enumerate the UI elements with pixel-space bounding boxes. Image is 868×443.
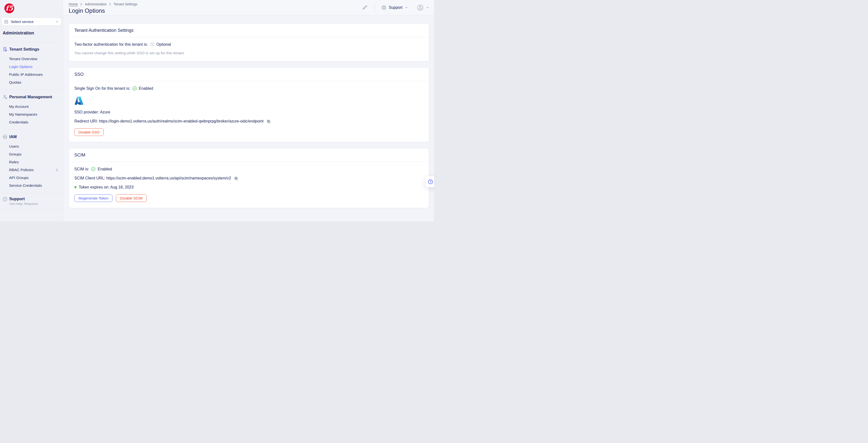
sso-provider-label: SSO provider: [74,110,99,115]
sidebar-item-label: Public IP Addresses [9,72,58,77]
sidebar-item-label: Groups [9,152,58,156]
regenerate-token-button[interactable]: Regenerate Token [74,194,113,202]
scim-status-value: Enabled [98,167,112,171]
top-bar: HomeAdministrationTenant Settings Login … [63,0,434,15]
info-icon[interactable] [150,42,155,47]
breadcrumb-home[interactable]: Home [69,2,78,6]
sso-status-label: Single Sign On for this tenant is: [74,86,130,91]
tenant-auth-card-title: Tenant Authentication Settings [74,28,424,33]
sidebar-item-credentials[interactable]: Credentials [0,118,63,126]
sidebar-section-title-personal-management[interactable]: Personal Management [0,92,63,101]
sso-card-title: SSO [74,72,424,77]
sidebar-section-title-tenant-settings[interactable]: Tenant Settings [0,45,63,54]
sidebar-item-public-ip-addresses[interactable]: Public IP Addresses [0,71,63,78]
sidebar-item-my-account[interactable]: My Account [0,103,63,110]
sidebar-item-label: Tenant Overview [9,57,58,61]
token-status-dot [74,186,76,188]
main-area: HomeAdministrationTenant Settings Login … [63,0,434,222]
sidebar-section-support[interactable]: ? Support Get Help, Requests [0,193,63,210]
sso-status-row: Single Sign On for this tenant is: Enabl… [74,86,424,91]
app-root: f5 Select service Administration Tenant … [0,0,434,222]
support-subtitle: Get Help, Requests [9,202,38,205]
sidebar-item-label: Service Credentials [9,183,58,188]
scim-status-row: SCIM is: Enabled [74,167,424,171]
help-fab-button[interactable]: ? [425,176,434,187]
sso-card: SSO Single Sign On for this tenant is: E… [69,67,429,142]
f5-logo[interactable]: f5 [4,3,14,13]
sidebar-item-label: Quotas [9,80,58,85]
sidebar-item-label: Users [9,144,58,149]
account-menu[interactable] [416,3,430,12]
svg-text:?: ? [430,180,431,183]
disable-scim-button[interactable]: Disable SCIM [116,194,147,202]
chevron-down-icon [426,6,429,9]
sidebar-item-label: Credentials [9,120,58,124]
sidebar-item-api-groups[interactable]: API Groups [0,174,63,182]
page-title: Login Options [69,7,137,14]
support-menu[interactable]: Support [381,4,409,11]
theme-brush-button[interactable] [361,4,369,11]
breadcrumb-tenant-settings[interactable]: Tenant Settings [114,2,137,6]
person-gear-icon [2,94,7,99]
sidebar-item-tenant-overview[interactable]: Tenant Overview [0,55,63,63]
scim-status-label: SCIM is: [74,167,89,171]
two-factor-note: You cannot change this setting while SSO… [74,51,424,55]
two-factor-status-label: Two-factor authentication for this tenan… [74,42,148,47]
scim-url-row: SCIM Client URL: https://scim-enabled.de… [74,176,424,181]
copy-redirect-uri-button[interactable] [267,119,271,124]
scim-card-header: SCIM [69,149,429,162]
sidebar-item-quotas[interactable]: Quotas [0,78,63,86]
sso-status-value: Enabled [139,86,153,91]
scim-card: SCIM SCIM is: Enabled SCIM Client URL: [69,148,429,208]
token-expiry-text: Token expires on: Aug 18, 2023 [79,185,133,189]
sso-redirect-uri: https://login-demo1.volterra.us/auth/rea… [99,119,264,123]
sidebar-section-tenant-settings: Tenant SettingsTenant OverviewLogin Opti… [0,42,63,90]
sso-redirect-row: Redirect URI: https://login-demo1.volter… [74,119,424,123]
two-factor-status-row: Two-factor authentication for this tenan… [74,42,424,47]
sidebar-item-label: My Namespaces [9,112,58,117]
chevron-right-icon [80,3,83,6]
sidebar-item-my-namespaces[interactable]: My Namespaces [0,110,63,118]
sidebar-section-label: Personal Management [9,95,52,99]
service-selector[interactable]: Select service [1,18,61,26]
sidebar-item-login-options[interactable]: Login Options [0,63,63,71]
support-menu-label: Support [389,5,402,10]
copy-scim-url-button[interactable] [234,176,239,181]
disable-sso-button[interactable]: Disable SSO [74,128,104,136]
key-icon [2,134,7,139]
brush-icon [362,5,368,10]
sidebar-section-title-iam[interactable]: IAM [0,132,63,141]
sidebar-item-users[interactable]: Users [0,143,63,150]
breadcrumb-administration[interactable]: Administration [85,2,106,6]
sidebar-item-rbac-policies[interactable]: RBAC Policies [0,166,63,174]
sidebar-section-label: IAM [9,134,17,139]
copy-icon [234,176,239,181]
help-circle-icon: ? [2,196,7,202]
content-area: Tenant Authentication Settings Two-facto… [63,15,434,222]
sidebar-item-groups[interactable]: Groups [0,150,63,158]
grid-icon [4,20,8,24]
sidebar-item-label: Login Options [9,65,58,69]
sidebar-item-label: My Account [9,104,58,109]
sidebar-item-roles[interactable]: Roles [0,158,63,166]
sidebar-divider [0,210,63,210]
azure-logo [74,96,84,105]
svg-text:f5: f5 [6,4,14,12]
content-edge-line [430,15,430,222]
chevron-down-icon [405,6,408,9]
help-question-icon: ? [428,179,433,185]
service-selector-label: Select service [11,20,56,24]
scim-client-url: https://scim-enabled.demo1.volterra.us/a… [106,176,231,181]
sidebar-section-label: Tenant Settings [9,47,39,52]
sidebar-item-service-credentials[interactable]: Service Credentials [0,182,63,189]
sidebar: f5 Select service Administration Tenant … [0,0,63,222]
sso-redirect-label: Redirect URI: [74,119,98,123]
token-expiry-row: Token expires on: Aug 18, 2023 [74,185,424,189]
support-title: Support [9,196,38,201]
tenant-auth-card: Tenant Authentication Settings Two-facto… [69,24,429,61]
two-factor-status-value: Optional [156,42,171,47]
check-circle-icon [132,86,137,91]
scim-card-title: SCIM [74,152,424,158]
sidebar-item-label: RBAC Policies [9,168,56,172]
breadcrumb: HomeAdministrationTenant Settings [69,2,137,6]
